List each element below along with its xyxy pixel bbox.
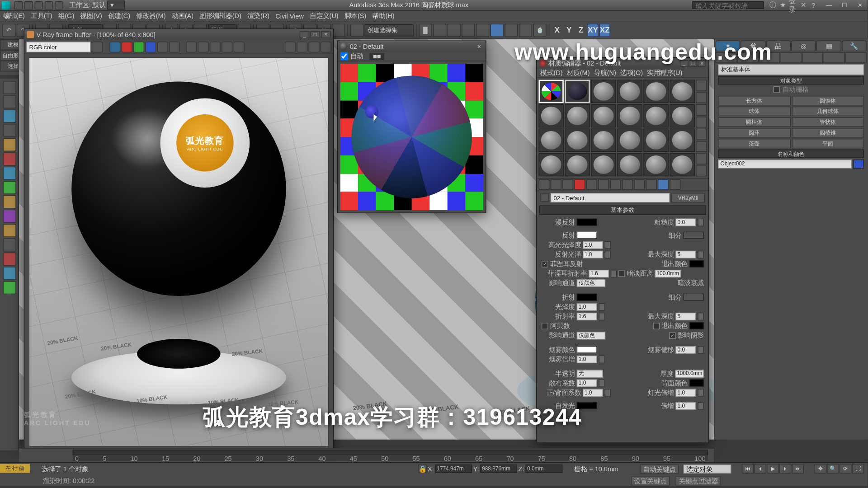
spinner-arrows-icon[interactable] — [698, 346, 703, 353]
timeline[interactable]: 0510 152025 303540 455055 606570 758085 … — [19, 448, 714, 462]
vfb-channel-dropdown[interactable]: RGB color — [26, 42, 90, 52]
slot-side-select-icon[interactable] — [696, 153, 707, 164]
diffuse-swatch[interactable] — [577, 219, 597, 226]
axis-xz[interactable]: XZ — [599, 23, 610, 37]
motion-tab-icon[interactable]: ◎ — [791, 41, 816, 52]
show-vp-icon[interactable] — [634, 179, 645, 190]
material-slot-17[interactable] — [643, 129, 668, 152]
menu-customize[interactable]: 自定义(U) — [307, 10, 341, 21]
script-listener-tag[interactable]: 在 行 颜 — [0, 464, 30, 473]
qat-save-icon[interactable] — [34, 1, 42, 9]
menu-script[interactable]: 脚本(S) — [341, 10, 369, 21]
material-slot-10[interactable] — [617, 104, 642, 127]
prim-torus-button[interactable]: 圆环 — [718, 128, 790, 137]
fwdback-spinner[interactable]: 1.0 — [583, 389, 603, 396]
material-slot-16[interactable] — [617, 129, 642, 152]
left-tool-5-icon[interactable] — [3, 138, 16, 151]
material-slot-19[interactable] — [538, 153, 563, 176]
help-icon[interactable]: ? — [809, 1, 817, 9]
refr-map-button[interactable] — [684, 294, 704, 301]
refr-exit-swatch[interactable] — [689, 322, 704, 329]
material-slot-6[interactable] — [670, 80, 694, 103]
infocenter-icon[interactable]: ⓘ — [769, 1, 777, 9]
prim-plane-button[interactable]: 平面 — [792, 139, 864, 148]
vfb-minimize-button[interactable]: _ — [300, 31, 309, 38]
slot-side-matid-icon[interactable] — [696, 165, 707, 176]
reset-map-icon[interactable] — [575, 179, 585, 190]
category-dropdown[interactable]: 标准基本体 — [718, 64, 864, 75]
mated-menu-utils[interactable]: 实用程序(U) — [645, 68, 684, 78]
dim-dist-spinner[interactable]: 100.0mm — [655, 269, 681, 277]
qat-new-icon[interactable] — [14, 1, 23, 9]
left-tool-14-icon[interactable] — [3, 267, 16, 280]
minimize-button[interactable]: — — [821, 1, 836, 9]
material-slot-3[interactable] — [591, 80, 616, 103]
material-slot-24[interactable] — [670, 153, 694, 176]
vfb-rgb-icon[interactable] — [110, 42, 121, 52]
vfb-mono-icon[interactable] — [169, 42, 180, 52]
material-slot-8[interactable] — [565, 104, 590, 127]
render-setup-icon[interactable] — [505, 23, 518, 37]
affect-channel-dropdown[interactable]: 仅颜色 — [577, 279, 605, 286]
cloud-icon[interactable]: ✕ — [799, 1, 807, 9]
material-slot-1[interactable] — [538, 80, 563, 103]
material-slot-7[interactable] — [538, 104, 563, 127]
vfb-clear-icon[interactable] — [186, 42, 197, 52]
go-forward-icon[interactable] — [670, 179, 680, 190]
menu-grapheditors[interactable]: 图形编辑器(D) — [197, 10, 245, 21]
assign-selection-icon[interactable] — [562, 179, 573, 190]
mated-menu-nav[interactable]: 导航(N) — [592, 68, 618, 78]
refr-affect-dropdown[interactable]: 仅颜色 — [577, 331, 605, 339]
vfb-green-icon[interactable] — [133, 42, 144, 52]
play-icon[interactable]: ▶ — [767, 464, 778, 474]
show-end-icon[interactable] — [646, 179, 657, 190]
vfb-red-icon[interactable] — [122, 42, 132, 52]
qat-redo-icon[interactable] — [55, 1, 63, 9]
app-icon[interactable] — [2, 1, 10, 9]
mirror-icon[interactable]: ▐▌ — [419, 23, 432, 37]
reflect-swatch[interactable] — [577, 232, 597, 239]
spinner-arrows-icon[interactable] — [599, 355, 605, 363]
material-slot-13[interactable] — [538, 129, 563, 152]
spinner-arrows-icon[interactable] — [605, 389, 611, 396]
left-tool-7-icon[interactable] — [3, 167, 16, 180]
menu-views[interactable]: 视图(V) — [77, 10, 105, 21]
keyfilter-button[interactable]: 关键点过滤器 — [676, 476, 721, 485]
left-tool-15-icon[interactable] — [3, 281, 16, 294]
close-button[interactable]: ✕ — [852, 1, 868, 9]
space-subtab-icon[interactable] — [824, 52, 845, 63]
prim-pyramid-button[interactable]: 四棱锥 — [792, 128, 864, 137]
vfb-history-icon[interactable] — [297, 42, 307, 52]
axis-x[interactable]: X — [552, 23, 562, 37]
prim-tube-button[interactable]: 管状体 — [792, 117, 864, 127]
left-tool-10-icon[interactable] — [3, 210, 16, 223]
material-type-button[interactable]: VRayMtl — [671, 193, 705, 202]
exit-color-swatch[interactable] — [689, 260, 704, 267]
refl-map-button[interactable] — [684, 232, 704, 239]
keymode-dropdown[interactable]: 选定对象 — [684, 464, 731, 473]
material-editor-icon[interactable] — [491, 23, 504, 37]
vfb-close-button[interactable]: × — [321, 31, 330, 38]
left-tool-1-icon[interactable] — [3, 81, 16, 94]
prim-cone-button[interactable]: 圆锥体 — [792, 96, 864, 105]
ior-spinner[interactable]: 1.6 — [577, 312, 597, 320]
star-icon[interactable]: ★ — [779, 1, 787, 9]
lock-selection-icon[interactable]: 🔒 — [418, 465, 426, 473]
menu-create[interactable]: 创建(C) — [105, 10, 133, 21]
thickness-spinner[interactable]: 1000.0mm — [675, 370, 703, 377]
vfb-info-icon[interactable] — [321, 42, 331, 52]
menu-civilview[interactable]: Civil View — [273, 11, 307, 20]
vfb-render-icon[interactable] — [234, 42, 245, 52]
material-slot-14[interactable] — [565, 129, 590, 152]
vfb-stop-icon[interactable] — [222, 42, 232, 52]
go-parent-icon[interactable] — [658, 179, 669, 190]
search-input[interactable]: 输入关键字或短语 — [693, 1, 764, 9]
vfb-render-view[interactable]: 弧光教育 ARC LIGHT EDU 20% BLACK 20% BLACK 2… — [29, 58, 329, 446]
rendered-frame-icon[interactable] — [519, 23, 532, 37]
material-name-dropdown[interactable]: 02 - Default — [551, 193, 670, 202]
material-slot-2[interactable] — [565, 80, 590, 103]
nav-max-icon[interactable]: ⛶ — [852, 464, 864, 474]
axis-z[interactable]: Z — [576, 23, 586, 37]
rollout-basic-params[interactable]: 基本参数 — [539, 206, 706, 215]
matprev-viewport[interactable] — [340, 64, 483, 210]
